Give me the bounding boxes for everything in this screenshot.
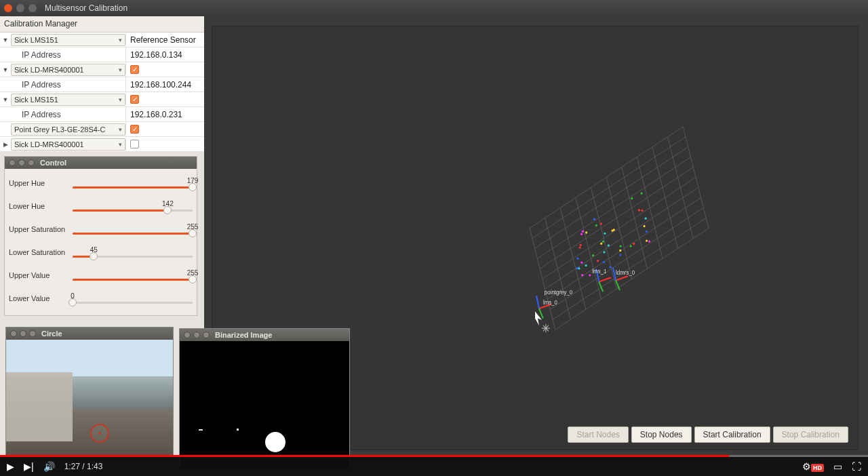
- start-calibration-button[interactable]: Start Calibration: [694, 427, 770, 443]
- panel-dot-icon: [10, 330, 17, 337]
- action-bar: Start Nodes Stop Nodes Start Calibration…: [568, 427, 848, 443]
- next-icon[interactable]: ▶|: [24, 461, 34, 472]
- fullscreen-icon[interactable]: ⛶: [852, 461, 861, 472]
- stop-nodes-button[interactable]: Stop Nodes: [631, 427, 692, 443]
- slider-thumb[interactable]: [189, 229, 197, 237]
- svg-point-29: [603, 251, 605, 253]
- calibration-manager-header: Calibration Manager: [0, 16, 204, 33]
- svg-point-14: [576, 267, 578, 269]
- sensor-select[interactable]: Sick LD-MRS400001: [11, 138, 125, 151]
- sensor-select[interactable]: Point Grey FL3-GE-28S4-C: [11, 123, 125, 136]
- window-titlebar: Multisensor Calibration: [0, 0, 868, 16]
- svg-point-10: [582, 231, 584, 233]
- svg-point-17: [578, 267, 580, 269]
- ip-address-value: 192.168.0.134: [130, 50, 182, 60]
- slider-track[interactable]: [73, 279, 193, 281]
- tree-collapse-icon[interactable]: ▶: [1, 141, 9, 148]
- control-panel-header[interactable]: Control: [5, 157, 197, 169]
- slider-upper-hue[interactable]: Upper Hue 179: [9, 172, 193, 195]
- sensor-row[interactable]: ▼ Sick LD-MRS400001 ✓: [0, 62, 204, 77]
- svg-point-34: [648, 240, 650, 242]
- slider-thumb[interactable]: [189, 183, 197, 191]
- slider-thumb[interactable]: [90, 252, 98, 260]
- sensor-select[interactable]: Sick LMS151: [11, 94, 125, 106]
- slider-label: Upper Hue: [9, 179, 73, 187]
- play-icon[interactable]: ▶: [7, 461, 14, 472]
- sensor-row[interactable]: ▶ Sick LD-MRS400001: [0, 137, 204, 152]
- binarized-preview-header[interactable]: Binarized Image: [180, 329, 349, 341]
- sensor-row[interactable]: ▼ Sick LMS151 Reference Sensor: [0, 33, 204, 47]
- circle-preview-window[interactable]: Circle: [5, 327, 174, 456]
- svg-point-35: [585, 264, 587, 266]
- tree-expand-icon[interactable]: ▼: [1, 37, 9, 43]
- svg-point-31: [640, 192, 642, 194]
- svg-point-30: [580, 244, 582, 246]
- slider-upper-saturation[interactable]: Upper Saturation 255: [9, 218, 193, 241]
- window-title: Multisensor Calibration: [45, 3, 127, 13]
- volume-icon[interactable]: 🔊: [43, 461, 55, 472]
- start-nodes-button[interactable]: Start Nodes: [568, 427, 628, 443]
- slider-lower-hue[interactable]: Lower Hue 142: [9, 195, 193, 218]
- slider-track[interactable]: [73, 302, 193, 304]
- slider-thumb[interactable]: [189, 275, 197, 283]
- slider-lower-value[interactable]: Lower Value 0: [9, 287, 193, 310]
- svg-point-33: [646, 239, 648, 241]
- tree-expand-icon[interactable]: ▼: [1, 66, 9, 73]
- sensor-enable-checkbox[interactable]: ✓: [130, 125, 139, 134]
- svg-text:lms_1: lms_1: [592, 269, 607, 275]
- sensor-select[interactable]: Sick LMS151: [11, 34, 125, 46]
- svg-point-23: [604, 233, 606, 235]
- sensor-enable-checkbox[interactable]: ✓: [130, 65, 139, 74]
- window-minimize-icon[interactable]: [16, 4, 24, 12]
- video-time: 1:27 / 1:43: [64, 462, 103, 471]
- sensor-enable-checkbox[interactable]: ✓: [130, 95, 139, 104]
- svg-point-18: [638, 209, 640, 211]
- svg-point-38: [593, 218, 595, 220]
- circle-preview-image: [6, 340, 173, 455]
- svg-text:pointgrey_0: pointgrey_0: [545, 290, 573, 296]
- svg-point-13: [630, 245, 632, 247]
- detected-blob: [265, 432, 285, 452]
- slider-label: Upper Value: [9, 271, 73, 279]
- ip-address-value: 192.168.100.244: [130, 80, 191, 90]
- slider-track[interactable]: [73, 210, 193, 212]
- svg-point-3: [643, 225, 645, 227]
- sensor-row[interactable]: ▼ Sick LMS151 ✓: [0, 92, 204, 107]
- sensor-row[interactable]: ▼ Point Grey FL3-GE-28S4-C ✓: [0, 122, 204, 137]
- stop-calibration-button[interactable]: Stop Calibration: [773, 427, 848, 443]
- sensor-enable-checkbox[interactable]: [130, 140, 139, 148]
- theater-mode-icon[interactable]: ▭: [833, 461, 842, 472]
- slider-track[interactable]: [73, 233, 193, 235]
- sensor-tree: ▼ Sick LMS151 Reference Sensor IP Addres…: [0, 33, 204, 152]
- svg-point-36: [597, 260, 599, 262]
- svg-point-19: [602, 241, 604, 243]
- ip-address-value: 192.168.0.231: [130, 110, 182, 119]
- slider-lower-saturation[interactable]: Lower Saturation 45: [9, 241, 193, 264]
- svg-point-0: [633, 243, 635, 245]
- slider-track[interactable]: [73, 256, 193, 258]
- ip-address-label: IP Address: [1, 80, 61, 90]
- circle-preview-header[interactable]: Circle: [6, 328, 173, 340]
- settings-icon[interactable]: ⚙HD: [802, 461, 824, 472]
- panel-dot-icon: [20, 330, 26, 337]
- svg-point-2: [603, 261, 605, 263]
- svg-point-5: [608, 244, 610, 246]
- slider-track[interactable]: [73, 186, 193, 189]
- binarized-preview-window[interactable]: Binarized Image: [179, 328, 350, 471]
- window-close-icon[interactable]: [4, 4, 12, 12]
- slider-thumb[interactable]: [68, 298, 77, 306]
- slider-upper-value[interactable]: Upper Value 255: [9, 264, 193, 287]
- ip-address-label: IP Address: [1, 50, 61, 60]
- svg-point-24: [579, 246, 581, 248]
- window-maximize-icon[interactable]: [28, 4, 37, 12]
- tree-expand-icon[interactable]: ▼: [1, 96, 9, 103]
- panel-dot-icon: [28, 159, 35, 166]
- svg-point-27: [585, 231, 587, 233]
- ip-address-label: IP Address: [1, 110, 61, 119]
- slider-label: Lower Saturation: [9, 248, 73, 256]
- slider-thumb[interactable]: [163, 206, 172, 214]
- svg-point-25: [595, 224, 597, 226]
- sensor-select[interactable]: Sick LD-MRS400001: [11, 64, 125, 76]
- svg-point-8: [646, 231, 648, 233]
- sensor-ip-row: IP Address 192.168.100.244: [0, 77, 204, 92]
